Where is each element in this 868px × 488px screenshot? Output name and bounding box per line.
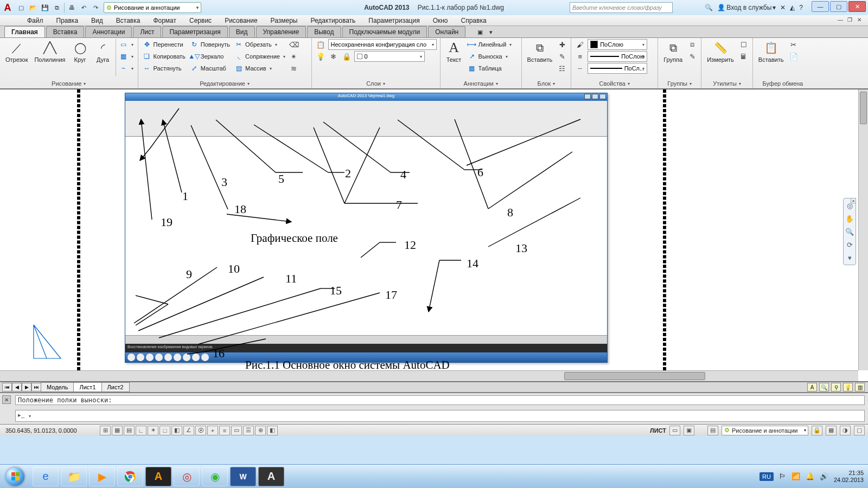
tab-layout[interactable]: Лист: [133, 26, 161, 37]
clean-screen-toggle[interactable]: ▢: [854, 426, 865, 435]
sign-in-button[interactable]: 👤 Вход в службы ▾: [717, 4, 776, 11]
showmotion-icon[interactable]: ▾: [845, 253, 854, 262]
taskbar-app-icon[interactable]: ◎: [174, 467, 200, 486]
chevron-down-icon[interactable]: ▾: [383, 81, 385, 86]
zoom-extents-icon[interactable]: 🔍: [845, 227, 854, 236]
infer-constraints-toggle[interactable]: ⊞: [100, 426, 111, 435]
pan-icon[interactable]: ✋: [845, 214, 854, 223]
layout-tab-sheet2[interactable]: Лист2: [101, 382, 130, 392]
ungroup-button[interactable]: ⧈: [687, 39, 698, 50]
qat-saveas-icon[interactable]: ⧉: [52, 3, 62, 12]
tab-home[interactable]: Главная: [4, 26, 45, 37]
polyline-button[interactable]: ╱╲Полилиния: [32, 39, 67, 64]
menu-modify[interactable]: Редактировать: [305, 16, 361, 25]
snap-toggle[interactable]: ▦: [112, 426, 123, 435]
cut-button[interactable]: ✂: [788, 39, 799, 50]
leader-button[interactable]: ↗Выноска▾: [467, 51, 513, 62]
polar-toggle[interactable]: ✶: [148, 426, 158, 435]
lwt-toggle[interactable]: ≡: [219, 426, 230, 435]
doc-close-icon[interactable]: ✕: [857, 17, 865, 24]
menu-file[interactable]: Файл: [22, 16, 49, 25]
tab-parametric[interactable]: Параметризация: [162, 26, 227, 37]
chevron-down-icon[interactable]: ▾: [690, 81, 692, 86]
taskbar-qip-icon[interactable]: ◉: [202, 467, 228, 486]
qat-save-icon[interactable]: 💾: [40, 3, 50, 12]
autodesk-icon[interactable]: ◭: [790, 4, 795, 11]
arc-button[interactable]: ◜Дуга: [93, 39, 113, 64]
offset-button[interactable]: ≋: [289, 63, 299, 74]
doc-minimize-icon[interactable]: —: [838, 17, 845, 24]
group-button[interactable]: ⧉Группа: [661, 39, 685, 64]
command-close-icon[interactable]: ✕: [2, 395, 11, 404]
isolate-objects-toggle[interactable]: ◑: [840, 426, 851, 435]
tpy-toggle[interactable]: ▭: [231, 426, 242, 435]
infocenter-search[interactable]: Введите ключевое слово/фразу: [570, 2, 673, 13]
otrack-toggle[interactable]: ∠: [183, 426, 194, 435]
osnap-toggle[interactable]: □: [159, 426, 170, 435]
lineweight-button[interactable]: ≡: [575, 51, 585, 62]
create-block-button[interactable]: ✚: [557, 39, 567, 50]
layer-lock-icon[interactable]: 🔒: [341, 51, 352, 62]
erase-button[interactable]: ⌫: [289, 39, 299, 50]
help-icon[interactable]: ?: [799, 4, 803, 11]
annotation-auto-icon[interactable]: ⚲: [831, 383, 841, 391]
tab-plugins[interactable]: Подключаемые модули: [342, 26, 427, 37]
linear-dim-button[interactable]: ⟼Линейный▾: [467, 39, 513, 50]
exchange-icon[interactable]: ✕: [780, 4, 786, 11]
taskbar-word-icon[interactable]: W: [230, 467, 256, 486]
quick-view-layouts-icon[interactable]: ▤: [707, 426, 718, 435]
menu-tools[interactable]: Сервис: [184, 16, 217, 25]
status-workspace-combo[interactable]: ⚙ Рисование и аннотации▾: [722, 426, 808, 435]
linetype-button[interactable]: ┄: [575, 63, 585, 74]
select-all-button[interactable]: ☐: [738, 39, 749, 50]
stretch-button[interactable]: ↔Растянуть: [142, 63, 187, 74]
vertical-scrollbar[interactable]: [858, 89, 868, 370]
horizontal-scrollbar[interactable]: [0, 370, 858, 381]
chevron-down-icon[interactable]: ▾: [496, 81, 498, 86]
qat-plot-icon[interactable]: 🖶: [67, 3, 76, 12]
hardware-accel-toggle[interactable]: ▦: [826, 426, 837, 435]
annotation-scale-icon[interactable]: A: [807, 383, 817, 391]
menu-insert[interactable]: Вставка: [111, 16, 146, 25]
layout-prev-icon[interactable]: ◀: [12, 383, 22, 391]
group-edit-button[interactable]: ✎: [687, 51, 698, 62]
qat-open-icon[interactable]: 📂: [28, 3, 38, 12]
scrollbar-thumb[interactable]: [564, 372, 705, 380]
block-attr-button[interactable]: ☷: [557, 63, 567, 74]
chevron-down-icon[interactable]: ▾: [247, 81, 250, 86]
tray-network-icon[interactable]: 📶: [792, 472, 800, 480]
chevron-down-icon[interactable]: ▾: [84, 81, 86, 86]
text-button[interactable]: AТекст: [444, 39, 464, 64]
table-button[interactable]: ▦Таблица: [467, 63, 513, 74]
taskbar-autocad2-icon[interactable]: A: [258, 467, 284, 486]
taskbar-ie-icon[interactable]: e: [33, 467, 59, 486]
copy-button[interactable]: ❏Копировать: [142, 51, 187, 62]
command-recent-dropdown[interactable]: ▾: [29, 414, 31, 419]
tab-output[interactable]: Вывод: [307, 26, 341, 37]
menu-parametric[interactable]: Параметризация: [363, 16, 425, 25]
language-indicator[interactable]: RU: [760, 472, 774, 481]
layer-select-combo[interactable]: 0▾: [354, 51, 425, 62]
close-button[interactable]: ✕: [848, 1, 866, 12]
array-button[interactable]: ▤Массив▾: [233, 63, 286, 74]
app-menu-button[interactable]: A: [0, 0, 15, 15]
taskbar-media-icon[interactable]: ▶: [89, 467, 115, 486]
paste-button[interactable]: 📋Вставить: [756, 39, 786, 64]
line-button[interactable]: ／Отрезок: [3, 39, 30, 64]
chevron-down-icon[interactable]: ▾: [739, 81, 741, 86]
menu-dimension[interactable]: Размеры: [265, 16, 303, 25]
lineweight-combo[interactable]: ПоСлою▾: [588, 51, 647, 62]
am-toggle[interactable]: ◧: [267, 426, 278, 435]
scale-button[interactable]: ⤢Масштаб: [189, 63, 231, 74]
ducs-toggle[interactable]: ⦿: [195, 426, 206, 435]
hatch-button[interactable]: ▦▾: [118, 51, 135, 62]
explode-button[interactable]: ✴: [289, 51, 299, 62]
drawing-area[interactable]: AutoCAD 2013 Чертеж1.dwg Восстановление …: [0, 89, 868, 382]
model-paper-toggle[interactable]: ▭: [669, 426, 680, 435]
dyn-toggle[interactable]: +: [207, 426, 218, 435]
scrollbar-thumb[interactable]: [860, 92, 867, 124]
layer-properties-button[interactable]: 📋: [315, 39, 326, 50]
tray-flag-icon[interactable]: 🏳: [779, 472, 786, 480]
layout-tab-model[interactable]: Модель: [41, 382, 74, 392]
taskbar-chrome-icon[interactable]: [117, 467, 143, 486]
